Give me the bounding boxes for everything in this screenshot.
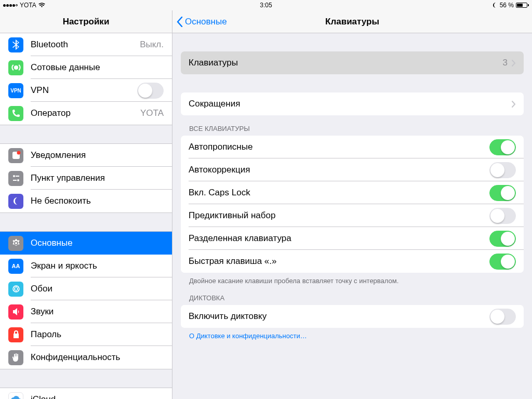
sidebar-item-notifications[interactable]: Уведомления (0, 144, 172, 167)
predictive-toggle[interactable] (489, 208, 516, 224)
sidebar-group-network: Bluetooth Выкл. Сотовые данные VPN VPN О… (0, 33, 172, 125)
content-header: Основные Клавиатуры (172, 10, 532, 33)
bluetooth-value: Выкл. (140, 39, 164, 50)
autocorrect-toggle[interactable] (489, 162, 516, 178)
sidebar-item-bluetooth[interactable]: Bluetooth Выкл. (0, 33, 172, 56)
chevron-left-icon (177, 17, 183, 27)
svg-point-1 (17, 151, 20, 155)
predictive-row: Предиктивный набор (181, 204, 524, 227)
enable-dictation-row: Включить диктовку (181, 305, 524, 328)
hand-icon (8, 350, 23, 365)
content-pane: Основные Клавиатуры Клавиатуры 3 Сокраще… (172, 10, 532, 399)
lock-icon (8, 327, 23, 342)
control-center-icon (8, 171, 23, 186)
chevron-right-icon (512, 60, 516, 66)
dot-shortcut-toggle[interactable] (489, 254, 516, 270)
sidebar-item-general[interactable]: Основные (0, 232, 172, 255)
signal-strength-icon (3, 4, 18, 7)
sidebar-item-cellular[interactable]: Сотовые данные (0, 56, 172, 79)
sidebar-item-label: Конфиденциальность (31, 352, 120, 363)
settings-sidebar: Настройки Bluetooth Выкл. Сотовые данные… (0, 10, 172, 399)
dot-shortcut-label: Быстрая клавиша «.» (189, 256, 276, 267)
sidebar-item-display[interactable]: AA Экран и яркость (0, 255, 172, 277)
back-button[interactable]: Основные (172, 17, 227, 27)
carrier-value: YOTA (140, 108, 164, 118)
battery-icon (516, 3, 529, 8)
phone-icon (8, 106, 23, 121)
autocap-row: Автопрописные (181, 136, 524, 158)
section-all-keyboards: Все клавиатуры (181, 115, 524, 136)
sidebar-item-control-center[interactable]: Пункт управления (0, 167, 172, 190)
gear-icon (8, 236, 23, 251)
enable-dictation-toggle[interactable] (489, 309, 516, 325)
sidebar-item-label: Обои (31, 284, 52, 294)
do-not-disturb-icon (493, 3, 498, 8)
sidebar-title: Настройки (0, 10, 172, 33)
sidebar-item-passcode[interactable]: Пароль (0, 323, 172, 346)
vpn-toggle[interactable] (137, 83, 164, 99)
sidebar-item-wallpaper[interactable]: Обои (0, 277, 172, 300)
sidebar-item-label: Основные (31, 238, 73, 248)
keyboards-row[interactable]: Клавиатуры 3 (181, 51, 524, 74)
svg-rect-5 (13, 180, 17, 181)
carrier-name: YOTA (20, 2, 36, 9)
cloud-icon (8, 392, 23, 400)
autocorrect-label: Автокоррекция (189, 165, 250, 175)
sidebar-item-sounds[interactable]: Звуки (0, 300, 172, 323)
sounds-icon (8, 304, 23, 320)
status-bar: YOTA 3:05 56 % (0, 0, 532, 10)
sidebar-item-label: Звуки (31, 307, 54, 317)
svg-rect-3 (16, 176, 19, 177)
sidebar-item-carrier[interactable]: Оператор YOTA (0, 102, 172, 125)
cellular-icon (8, 60, 23, 75)
vpn-icon: VPN (8, 83, 23, 98)
split-keyboard-label: Разделенная клавиатура (189, 233, 291, 244)
wifi-icon (38, 3, 45, 8)
sidebar-item-label: VPN (31, 85, 49, 96)
capslock-label: Вкл. Caps Lock (189, 188, 250, 198)
all-keyboards-group: Автопрописные Автокоррекция Вкл. Caps Lo… (181, 136, 524, 273)
sidebar-item-label: Не беспокоить (31, 196, 91, 206)
dictation-group: Включить диктовку (181, 305, 524, 328)
notifications-icon (8, 148, 23, 163)
split-keyboard-toggle[interactable] (489, 231, 516, 247)
svg-point-4 (17, 179, 19, 181)
display-icon: AA (8, 259, 23, 274)
shortcuts-row[interactable]: Сокращения (181, 92, 524, 115)
sidebar-item-label: Экран и яркость (31, 261, 97, 271)
page-title: Клавиатуры (325, 17, 379, 27)
section-dictation: Диктовка (181, 285, 524, 305)
sidebar-item-label: Пароль (31, 329, 61, 340)
sidebar-item-vpn[interactable]: VPN VPN (0, 79, 172, 102)
keyboards-count: 3 (503, 58, 508, 68)
sidebar-item-label: Оператор (31, 108, 71, 118)
sidebar-item-icloud[interactable]: iCloud (0, 388, 172, 399)
keyboards-label: Клавиатуры (189, 58, 238, 68)
sidebar-item-label: Сотовые данные (31, 62, 100, 73)
sidebar-group-general: Основные AA Экран и яркость Обои Звуки (0, 231, 172, 369)
chevron-right-icon (512, 101, 516, 108)
predictive-label: Предиктивный набор (189, 210, 275, 221)
capslock-toggle[interactable] (489, 185, 516, 201)
sidebar-group-icloud: iCloud (0, 388, 172, 399)
autocap-toggle[interactable] (489, 139, 516, 155)
back-label: Основные (185, 17, 227, 27)
dot-shortcut-footnote: Двойное касание клавиши пробела вставляе… (181, 273, 524, 285)
capslock-row: Вкл. Caps Lock (181, 181, 524, 204)
shortcuts-label: Сокращения (189, 99, 240, 109)
dot-shortcut-row: Быстрая клавиша «.» (181, 250, 524, 273)
autocap-label: Автопрописные (189, 142, 252, 152)
dictation-privacy-link[interactable]: О Диктовке и конфиденциальности… (181, 328, 524, 340)
moon-icon (8, 194, 23, 209)
sidebar-item-label: Bluetooth (31, 39, 68, 50)
wallpaper-icon (8, 282, 23, 297)
sidebar-item-dnd[interactable]: Не беспокоить (0, 190, 172, 212)
sidebar-group-notify: Уведомления Пункт управления Не беспокои… (0, 143, 172, 213)
sidebar-item-label: Уведомления (31, 150, 86, 161)
sidebar-item-privacy[interactable]: Конфиденциальность (0, 346, 172, 369)
autocorrect-row: Автокоррекция (181, 158, 524, 181)
split-keyboard-row: Разделенная клавиатура (181, 227, 524, 250)
bluetooth-icon (8, 37, 23, 52)
clock: 3:05 (260, 2, 272, 9)
battery-percentage: 56 % (500, 2, 514, 9)
